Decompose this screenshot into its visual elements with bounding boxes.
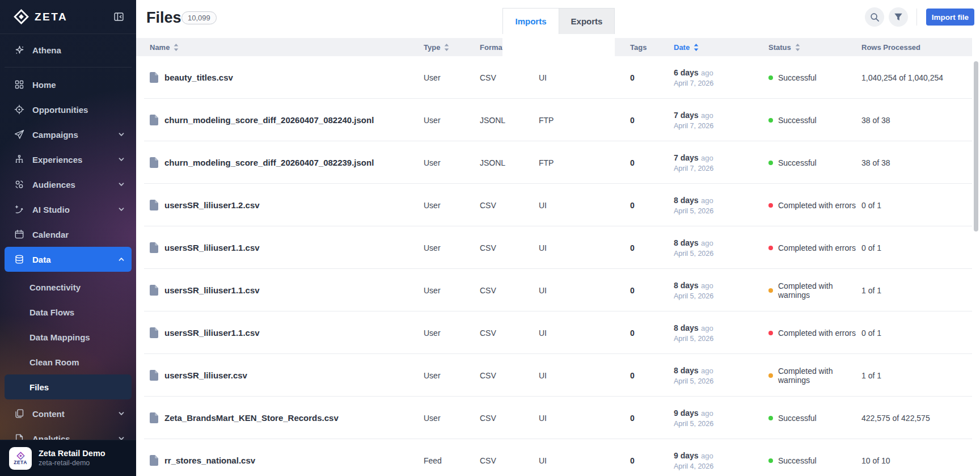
header-divider — [916, 9, 917, 26]
sidebar-item-content[interactable]: Content — [5, 401, 132, 426]
sidebar-item-label: Home — [32, 80, 56, 90]
format-cell: CSV — [480, 73, 539, 82]
sidebar-subitem-data-flows[interactable]: Data Flows — [5, 300, 132, 325]
sidebar-item-opportunities[interactable]: Opportunities — [5, 97, 132, 122]
tab-imports[interactable]: Imports — [503, 9, 559, 34]
column-header-type[interactable]: Type — [424, 43, 480, 52]
zeta-diamond-icon — [14, 9, 29, 24]
file-name: usersSR_liliuser1.2.csv — [164, 200, 260, 210]
opportunities-icon — [14, 104, 25, 115]
source-cell: UI — [539, 371, 630, 380]
tags-cell: 0 — [630, 456, 674, 465]
workspace-switcher[interactable]: ZETA Zeta Retail Demo zeta-retail-demo — [0, 440, 136, 476]
sidebar-item-audiences[interactable]: Audiences — [5, 172, 132, 197]
sidebar-item-data[interactable]: Data — [5, 247, 132, 272]
sidebar-item-label: Calendar — [32, 230, 69, 239]
sidebar-data-subnav: Connectivity Data Flows Data Mappings Cl… — [0, 272, 136, 399]
tags-cell: 0 — [630, 243, 674, 252]
data-icon — [14, 254, 25, 265]
file-name: beauty_titles.csv — [164, 73, 233, 82]
table-row[interactable]: usersSR_liliuser1.2.csv User CSV UI 0 8 … — [136, 184, 972, 226]
type-cell: User — [424, 328, 480, 338]
type-cell: User — [424, 201, 480, 210]
sidebar-item-campaigns[interactable]: Campaigns — [5, 122, 132, 147]
file-name: Zeta_BrandsMart_KEN_Store_Records.csv — [164, 413, 339, 423]
status-label: Completed with errors — [778, 201, 856, 210]
brand-text: ZETA — [35, 11, 67, 23]
files-count-badge: 10,099 — [181, 11, 217, 24]
date-cell: 6 days ago April 7, 2026 — [674, 68, 768, 87]
sidebar-item-label: Athena — [32, 45, 61, 55]
file-icon — [150, 370, 158, 381]
source-cell: FTP — [539, 116, 630, 125]
sidebar-item-home[interactable]: Home — [5, 72, 132, 97]
file-name: churn_modeling_score_diff_20260407_08224… — [164, 115, 374, 125]
calendar-icon — [14, 229, 25, 240]
workspace-logo: ZETA — [9, 447, 32, 470]
source-cell: UI — [539, 456, 630, 465]
column-header-date[interactable]: Date — [674, 43, 768, 52]
vertical-scrollbar[interactable] — [974, 61, 978, 231]
file-name: usersSR_liliuser1.1.csv — [164, 243, 260, 252]
import-file-button[interactable]: Import file — [926, 9, 974, 26]
sidebar-item-athena[interactable]: Athena — [5, 37, 132, 62]
date-cell: 8 days ago April 5, 2026 — [674, 365, 768, 385]
status-label: Completed with errors — [778, 328, 856, 338]
column-header-name[interactable]: Name — [150, 43, 424, 52]
table-row[interactable]: usersSR_liliuser1.1.csv User CSV UI 0 8 … — [136, 269, 972, 311]
type-cell: User — [424, 243, 480, 252]
sidebar-subitem-connectivity[interactable]: Connectivity — [5, 275, 132, 300]
column-header-rows-processed: Rows Processed — [861, 43, 972, 52]
sidebar-subitem-files[interactable]: Files — [5, 374, 132, 399]
collapse-sidebar-icon[interactable] — [114, 12, 124, 22]
sort-icon — [174, 44, 179, 51]
tags-cell: 0 — [630, 371, 674, 380]
status-cell: Completed with warnings — [768, 281, 861, 300]
status-dot-icon — [768, 118, 773, 123]
column-header-status[interactable]: Status — [768, 43, 861, 52]
sidebar-item-label: Audiences — [32, 180, 75, 189]
main-content: Files 10,099 Imports Exports Import file… — [136, 0, 980, 476]
tags-cell: 0 — [630, 158, 674, 167]
status-dot-icon — [768, 288, 773, 293]
table-row[interactable]: usersSR_liliuser1.1.csv User CSV UI 0 8 … — [136, 311, 972, 354]
table-row[interactable]: beauty_titles.csv User CSV UI 0 6 days a… — [136, 56, 972, 99]
rows-processed-cell: 1,040,254 of 1,040,254 — [861, 73, 972, 82]
format-cell: JSONL — [480, 116, 539, 125]
status-dot-icon — [768, 203, 773, 208]
format-cell: CSV — [480, 201, 539, 210]
tabs-underpanel — [502, 38, 615, 56]
status-label: Completed with warnings — [778, 281, 861, 300]
file-name: usersSR_liliuser1.1.csv — [164, 328, 260, 338]
table-row[interactable]: usersSR_liliuser1.1.csv User CSV UI 0 8 … — [136, 226, 972, 269]
chevron-down-icon — [118, 156, 125, 163]
format-cell: CSV — [480, 243, 539, 252]
sidebar-subitem-data-mappings[interactable]: Data Mappings — [5, 325, 132, 349]
tab-exports[interactable]: Exports — [559, 9, 614, 34]
table-row[interactable]: Zeta_BrandsMart_KEN_Store_Records.csv Us… — [136, 397, 972, 439]
date-cell: 7 days ago April 7, 2026 — [674, 153, 768, 172]
table-row[interactable]: rr_stores_national.csv Feed CSV UI 0 9 d… — [136, 439, 972, 476]
sidebar-item-ai-studio[interactable]: AI Studio — [5, 197, 132, 222]
table-row[interactable]: usersSR_liliuser.csv User CSV UI 0 8 day… — [136, 354, 972, 397]
table-row[interactable]: churn_modeling_score_diff_20260407_08223… — [136, 141, 972, 184]
table-row[interactable]: churn_modeling_score_diff_20260407_08224… — [136, 99, 972, 141]
format-cell: JSONL — [480, 158, 539, 167]
status-dot-icon — [768, 416, 773, 420]
athena-section: Athena — [5, 37, 132, 68]
search-button[interactable] — [865, 7, 884, 27]
status-cell: Successful — [768, 414, 861, 423]
sidebar-item-label: Data — [32, 255, 51, 264]
rows-processed-cell: 38 of 38 — [861, 116, 972, 125]
sidebar-subitem-clean-room[interactable]: Clean Room — [5, 349, 132, 374]
search-icon — [870, 12, 880, 22]
tags-cell: 0 — [630, 73, 674, 82]
chevron-down-icon — [118, 181, 125, 188]
status-dot-icon — [768, 161, 773, 165]
sidebar-item-calendar[interactable]: Calendar — [5, 222, 132, 247]
filter-button[interactable] — [889, 7, 908, 27]
status-cell: Completed with errors — [768, 328, 861, 338]
type-cell: User — [424, 116, 480, 125]
sidebar-logo-bar: ZETA — [0, 0, 136, 34]
sidebar-item-experiences[interactable]: Experiences — [5, 147, 132, 172]
